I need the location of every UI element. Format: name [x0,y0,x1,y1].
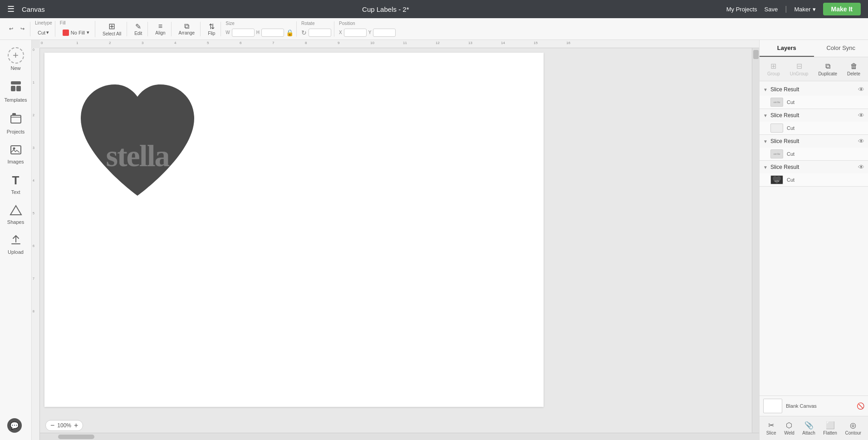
make-it-button[interactable]: Make It [823,3,861,15]
toolbar: ↩ ↪ Linetype Cut ▾ Fill No Fill ▾ ⊞ Sele… [0,18,868,40]
layer-thumb-slice4-1: stella [770,175,783,184]
align-button[interactable]: ≡ Align [152,21,168,36]
my-projects-link[interactable]: My Projects [726,6,757,13]
ruler-mark-left-1: 1 [33,81,34,84]
svg-rect-1 [11,86,15,91]
sidebar-item-projects[interactable]: Projects [2,108,29,138]
weld-icon: ⬡ [786,421,792,430]
layer-item-slice3-1[interactable]: stella Cut [760,148,868,160]
sidebar-projects-label: Projects [7,129,25,134]
duplicate-button[interactable]: ⧉ Duplicate [815,60,840,78]
eye-icon-slice4[interactable]: 👁 [858,163,864,171]
fill-dropdown[interactable]: No Fill ▾ [60,28,92,37]
layer-thumb-slice3-1: stella [770,149,783,158]
chat-bubble[interactable]: 💬 [7,418,22,433]
ruler-mark-8: 8 [305,41,307,45]
hamburger-icon[interactable]: ☰ [7,4,15,14]
zoom-in-button[interactable]: + [74,422,78,429]
layer-thumb-slice1-1: stella [770,98,783,107]
linetype-dropdown[interactable]: Cut ▾ [35,28,52,37]
rotate-input[interactable] [309,29,331,37]
ungroup-button[interactable]: ⊟ UnGroup [787,60,811,78]
layer-group-header-slice2[interactable]: ▼ Slice Result 👁 [760,109,868,122]
maker-dropdown[interactable]: Maker ▾ [794,6,815,13]
ruler-mark-15: 15 [534,41,538,45]
delete-button[interactable]: 🗑 Delete [844,60,863,78]
flatten-button[interactable]: ⬜ Flatten [820,419,840,437]
ruler-mark-left-3: 3 [33,146,34,149]
contour-button[interactable]: ◎ Contour [843,419,864,437]
canvas-inner: stella [40,48,759,432]
sidebar-item-templates[interactable]: Templates [2,76,29,106]
layer-group-header-slice3[interactable]: ▼ Slice Result 👁 [760,135,868,148]
horizontal-scrollbar[interactable] [40,433,759,440]
eye-icon-slice3[interactable]: 👁 [858,138,864,145]
right-tabs: Layers Color Sync [760,40,868,57]
position-x-input[interactable] [344,29,367,37]
tab-color-sync[interactable]: Color Sync [814,40,868,57]
layer-group-header-slice4[interactable]: ▼ Slice Result 👁 [760,161,868,173]
canvas-area[interactable]: 0 1 2 3 4 5 6 7 8 9 10 11 12 13 14 15 16 [32,40,759,440]
layer-item-slice2-1[interactable]: Cut [760,122,868,134]
layer-group-slice2: ▼ Slice Result 👁 Cut [760,109,868,135]
weld-label: Weld [784,430,794,435]
sidebar-item-new[interactable]: + New [2,44,29,74]
sidebar-item-images[interactable]: Images [2,140,29,168]
svg-rect-0 [11,81,21,84]
ruler-mark-left-6: 6 [33,244,34,247]
ruler-top: 0 1 2 3 4 5 6 7 8 9 10 11 12 13 14 15 16 [40,40,759,48]
ruler-mark-3: 3 [142,41,143,45]
weld-button[interactable]: ⬡ Weld [781,419,797,437]
flip-button[interactable]: ⇅ Flip [205,21,218,37]
images-icon [10,143,22,157]
eye-icon-slice2[interactable]: 👁 [858,112,864,119]
hscroll-thumb[interactable] [58,435,94,439]
redo-button[interactable]: ↪ [18,25,27,33]
arrange-button[interactable]: ⧉ Arrange [176,21,198,36]
svg-point-6 [13,148,15,150]
size-label: Size [226,21,234,26]
ruler-mark-5: 5 [207,41,209,45]
ruler-mark-left-5: 5 [33,212,34,215]
fill-group: Fill No Fill ▾ [57,21,95,37]
blank-canvas-eye-icon[interactable]: 🚫 [857,402,864,410]
sidebar-item-text[interactable]: T Text [2,170,29,198]
group-button[interactable]: ⊞ Group [765,60,783,78]
sidebar-item-shapes[interactable]: Shapes [2,200,29,228]
save-button[interactable]: Save [765,6,778,13]
eye-icon-slice1[interactable]: 👁 [858,86,864,93]
sidebar-item-upload[interactable]: Upload [2,230,29,258]
position-y-input[interactable] [373,29,396,37]
slice4-label: Slice Result [770,164,855,170]
layer-item-slice1-1[interactable]: stella Cut [760,96,868,109]
size-w-input[interactable] [232,29,255,37]
attach-button[interactable]: 📎 Attach [799,419,818,437]
edit-button[interactable]: ✎ Edit [132,21,145,37]
lock-icon[interactable]: 🔒 [286,29,294,36]
design-element[interactable]: stella [72,73,203,214]
linetype-label: Linetype [35,21,52,25]
undo-redo-group: ↩ ↪ [4,22,30,36]
upload-icon [10,234,22,247]
layer-group-slice1: ▼ Slice Result 👁 stella Cut [760,83,868,109]
sidebar-shapes-label: Shapes [7,219,24,225]
zoom-out-button[interactable]: − [50,422,54,429]
slice-button[interactable]: ✂ Slice [764,419,779,437]
ruler-mark-11: 11 [403,41,407,45]
ruler-mark-left-4: 4 [33,179,34,182]
layer-item-slice4-1[interactable]: stella Cut [760,173,868,186]
canvas-label: Canvas [22,5,45,13]
undo-button[interactable]: ↩ [6,25,16,33]
expand-icon-slice3: ▼ [763,139,768,144]
fill-label: Fill [60,21,66,25]
zoom-control: − 100% + [45,420,83,431]
duplicate-label: Duplicate [818,71,837,76]
size-h-input[interactable] [261,29,284,37]
vertical-scrollbar[interactable] [752,48,759,433]
vscroll-thumb[interactable] [753,50,759,59]
layer-group-header-slice1[interactable]: ▼ Slice Result 👁 [760,83,868,96]
tab-layers[interactable]: Layers [760,40,814,57]
sidebar-new-label: New [10,65,20,71]
layer-group-slice4: ▼ Slice Result 👁 stella Cut [760,161,868,187]
select-all-button[interactable]: ⊞ Select All [100,20,124,37]
